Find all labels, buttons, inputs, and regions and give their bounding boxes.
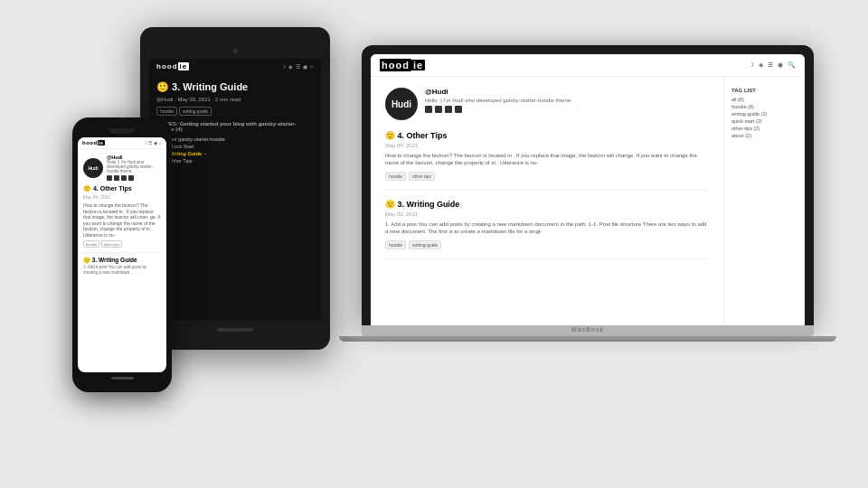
tablet-title-text: Writing Guide (183, 81, 248, 92)
t-search-icon[interactable]: ⌕ (310, 63, 314, 70)
tag-about[interactable]: about (2) (731, 133, 797, 138)
laptop-main: Hudi @Hudi Hello :) I'm Hudi who develop… (371, 77, 723, 325)
laptop-nav-icons: ☽ ◈ ☰ ◉ 🔍 (749, 61, 796, 69)
p-facebook-icon[interactable] (121, 175, 127, 181)
laptop-topbar: hoodie ☽ ◈ ☰ ◉ 🔍 (371, 54, 805, 77)
tag-hoodie[interactable]: hoodie (8) (731, 104, 797, 109)
tag2-hoodie[interactable]: hoodie (385, 240, 406, 249)
phone-tag-hoodie[interactable]: hoodie (83, 240, 99, 248)
post-card-title[interactable]: 🙂 4. Other Tips (385, 131, 709, 140)
laptop-screen-outer: hoodie ☽ ◈ ☰ ◉ 🔍 (362, 45, 814, 325)
tablet-camera (233, 49, 238, 53)
logo-prefix: hood (380, 59, 411, 71)
tablet-tag-writing[interactable]: writing guide (179, 107, 212, 116)
series-item-4[interactable]: 4. Other Tips (156, 157, 314, 164)
profile-social (425, 106, 572, 113)
phone-profile-text: @Hudi Hello :) I'm Hudi who developed ga… (107, 155, 161, 181)
phone-nav: ☽ ☰ ◉ ⌕ (143, 140, 162, 145)
p-list-icon[interactable]: ☰ (148, 140, 152, 145)
phone-post2-title[interactable]: 🙂 3. Writing Guide (83, 257, 161, 264)
rss-icon: ◉ (778, 61, 783, 69)
phone-logo: hoodie (82, 140, 105, 145)
post-card-text: How to change the favicon? The favicon i… (385, 152, 709, 167)
phone-post2-emoji: 🙂 (83, 257, 90, 263)
post2-number: 3. (398, 200, 405, 209)
phone-post2-text: 1. Add a post You can add posts by creat… (83, 265, 161, 276)
profile-name: @Hudi (425, 88, 572, 96)
tablet-topbar: hoodie ☽ ◈ ☰ ◉ ⌕ (149, 59, 321, 74)
phone-post1-tags: hoodie other-tips (83, 240, 161, 248)
tag-other-tips[interactable]: other-tips (2) (731, 126, 797, 131)
github-icon[interactable] (425, 106, 432, 113)
phone-profile: Hudi @Hudi Hello :) I'm Hudi who develop… (83, 155, 161, 181)
tag-other-tips[interactable]: other-tips (409, 172, 435, 181)
phone-screen: hoodie ☽ ☰ ◉ ⌕ Hudi (78, 137, 166, 372)
post-emoji: 🙂 (385, 131, 395, 140)
laptop-label: MacBook (362, 325, 814, 333)
phone-tag-other-tips[interactable]: other-tips (101, 240, 122, 248)
tag2-writing-guide[interactable]: writing-guide (409, 240, 441, 249)
p-rss-icon: ◉ (154, 140, 157, 145)
profile-info: @Hudi Hello :) I'm Hudi who developed ga… (425, 88, 572, 113)
post2-tags: hoodie writing-guide (385, 240, 709, 249)
facebook-icon[interactable] (445, 106, 452, 113)
tablet-tag-hoodie[interactable]: hoodie (156, 107, 177, 116)
laptop-sidebar: TAG LIST all (8) hoodie (8) writing-guid… (723, 77, 805, 325)
wifi-icon: ◈ (759, 61, 763, 69)
phone-post1-text: How to change the favicon? The favicon i… (83, 202, 161, 238)
phone-post1-title[interactable]: 🙂 4. Other Tips (83, 185, 161, 192)
tablet-logo: hoodie (156, 62, 189, 70)
tablet-home-bar (217, 328, 253, 332)
p-twitter-icon[interactable] (114, 175, 119, 181)
p-linkedin-icon[interactable] (128, 175, 134, 181)
p-search-icon[interactable]: ⌕ (159, 140, 162, 145)
tag-all[interactable]: all (8) (731, 97, 797, 102)
tag-list-title: TAG LIST (731, 88, 797, 93)
search-icon[interactable]: 🔍 (788, 61, 796, 69)
post2-emoji: 🙂 (385, 200, 395, 209)
laptop-content: Hudi @Hudi Hello :) I'm Hudi who develop… (371, 77, 805, 325)
laptop-screen: hoodie ☽ ◈ ☰ ◉ 🔍 (371, 54, 805, 325)
tag-writing-guide[interactable]: writing-guide (2) (731, 111, 797, 117)
tablet-read-val: 2 min read (215, 97, 241, 102)
phone-post2-number: 3. (92, 257, 97, 263)
tablet-screen: hoodie ☽ ◈ ☰ ◉ ⌕ 🙂 (149, 59, 321, 321)
t-moon-icon[interactable]: ☽ (281, 63, 286, 70)
profile-desc: Hello :) I'm Hudi who developed gatsby-s… (425, 98, 572, 103)
profile-section: Hudi @Hudi Hello :) I'm Hudi who develop… (385, 88, 709, 120)
post-card-date: May 04, 2021 (385, 143, 709, 148)
series-item-2[interactable]: 2. Quick Start (156, 143, 314, 150)
phone-outer: hoodie ☽ ☰ ◉ ⌕ Hudi (72, 117, 172, 392)
phone-browser: hoodie ☽ ☰ ◉ ⌕ Hudi (78, 137, 166, 372)
phone-device: hoodie ☽ ☰ ◉ ⌕ Hudi (72, 117, 172, 392)
laptop-base: MacBook (362, 325, 814, 336)
phone-notch (108, 128, 136, 134)
t-list-icon[interactable]: ☰ (296, 63, 300, 70)
tablet-post-title: 🙂 3. Writing Guide (156, 81, 314, 93)
p-moon-icon[interactable]: ☽ (143, 140, 146, 145)
moon-icon[interactable]: ☽ (749, 61, 754, 69)
tag-hoodie[interactable]: hoodie (385, 172, 406, 181)
t-wifi-icon: ◈ (288, 63, 293, 70)
series-item-1[interactable]: About gatsby-starter-hoodie (156, 136, 314, 143)
phone-logo-suffix: ie (98, 140, 105, 145)
post2-text: 1. Add a post You can add posts by creat… (385, 221, 709, 236)
tablet-emoji: 🙂 (156, 81, 169, 92)
twitter-icon[interactable] (435, 106, 442, 113)
phone-post1-number: 4. (93, 185, 99, 192)
phone-topbar: hoodie ☽ ☰ ◉ ⌕ (78, 137, 166, 149)
series-label-1: About gatsby-starter-hoodie (164, 136, 225, 142)
phone-home-bar (111, 377, 134, 380)
phone-social (107, 175, 161, 181)
phone-avatar: Hudi (83, 158, 103, 178)
phone-post2-title-text: Writing Guide (99, 257, 137, 263)
p-github-icon[interactable] (107, 175, 112, 181)
linkedin-icon[interactable] (455, 106, 462, 113)
list-icon[interactable]: ☰ (768, 61, 773, 69)
post-card-title-2[interactable]: 🙂 3. Writing Guide (385, 200, 709, 209)
avatar: Hudi (385, 88, 418, 120)
tablet-meta: @Hudi · May 03, 2021 · 2 min read (156, 97, 314, 102)
series-item-3[interactable]: 3. Writing Guide ← (156, 150, 314, 157)
tablet-number: 3. (172, 81, 180, 92)
tag-quick-start[interactable]: quick-start (2) (731, 118, 797, 124)
